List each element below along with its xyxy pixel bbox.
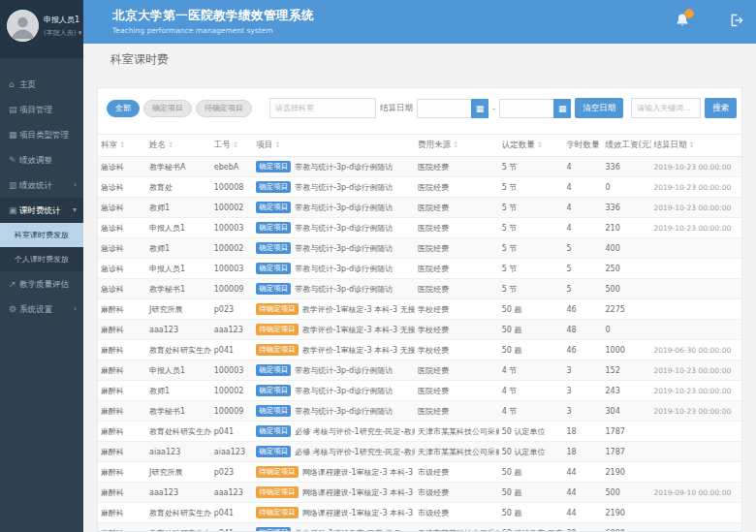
notification-bell-icon[interactable] (676, 13, 689, 31)
sort-icon[interactable]: ↕ (537, 141, 543, 149)
column-header[interactable]: 结算日期↕ (651, 135, 741, 157)
user-name: 申报人员1 (44, 15, 79, 25)
filter-pill[interactable]: 确定项目 (143, 100, 192, 117)
logout-icon[interactable] (730, 13, 744, 31)
sort-icon[interactable]: ↕ (689, 141, 695, 149)
cell-id: 100003 (211, 259, 253, 279)
sidebar-item[interactable]: ⌂主页 (0, 72, 83, 97)
cell-qty: 5 节 (499, 198, 564, 218)
cell-salary: 2190 (602, 503, 650, 523)
cell-salary: 500 (602, 483, 650, 503)
cell-source: 学校经费 (415, 340, 499, 360)
app-window: 申报人员1 (本院人员) ▾ ⌂主页▤项目管理▦项目类型管理✎绩效调整▥绩效统计… (0, 0, 756, 532)
status-badge: 待确定项目 (256, 466, 299, 478)
cell-name: 教学秘书1 (146, 279, 211, 299)
cell-dept: 急诊科 (98, 259, 146, 279)
cell-source: 市级经费 (415, 483, 499, 503)
column-header-label: 结算日期 (654, 140, 687, 149)
cell-name: 教育处科研实生办公室A (146, 523, 211, 532)
cell-name: 申报人员1 (146, 259, 211, 279)
grid-icon: ▦ (9, 122, 19, 147)
column-header[interactable]: 项目↕ (253, 135, 415, 157)
cell-name: J研究所展 (146, 299, 211, 320)
cell-id: p041 (211, 523, 253, 532)
status-badge: 确定项目 (256, 446, 291, 457)
cell-id: 100003 (211, 218, 253, 238)
column-header[interactable]: 姓名↕ (146, 135, 211, 157)
column-header[interactable]: 费用来源↕ (415, 135, 499, 157)
column-header[interactable]: 科室↕ (98, 135, 146, 157)
table-row: 麻醉科教育处科研实生办公室Ap041待确定项目网络课程建设-1审核定-3 本科-… (98, 503, 741, 523)
filter-pill[interactable]: 待确定项目 (196, 100, 252, 117)
cell-source: 医院经费 (415, 279, 499, 299)
project-name: 必修 考核与评价-1研究生-民定-教师 (295, 427, 415, 436)
cell-salary: 500 (602, 279, 650, 299)
department-select[interactable] (269, 98, 376, 118)
sidebar-subitem[interactable]: 科室课时费发放 (0, 223, 83, 247)
sidebar-item[interactable]: ▣课时费统计▾ (0, 198, 83, 223)
sidebar-item-label: 项目类型管理 (19, 130, 69, 140)
sidebar-subitem[interactable]: 个人课时费发放 (0, 247, 83, 271)
column-header[interactable]: 认定数量↕ (499, 135, 564, 157)
status-badge: 确定项目 (256, 242, 291, 254)
cell-project: 确定项目带教与统计-3p-d诊疗例随访 (253, 279, 415, 299)
table-header-row: 科室↕姓名↕工号↕项目↕费用来源↕认定数量↕学时数量↕绩效工资(元)↕结算日期↕ (98, 135, 741, 157)
cell-dept: 急诊科 (98, 157, 146, 177)
table-row: 麻醉科aiaa123aiaa123确定项目必修 考核与评价-1研究生-民定-教师… (98, 442, 741, 462)
sort-icon[interactable]: ↕ (168, 141, 173, 149)
cell-date: 2019-10-23 00:00:00 (651, 401, 741, 422)
cell-name: 教育处 (146, 177, 211, 198)
cell-id: 100003 (211, 360, 253, 381)
user-profile[interactable]: 申报人员1 (本院人员) ▾ (0, 0, 83, 58)
cell-qty: 5 节 (499, 218, 564, 238)
sort-icon[interactable]: ↕ (601, 141, 602, 149)
cell-qty: 4 节 (499, 401, 564, 422)
status-badge: 确定项目 (256, 161, 291, 172)
sidebar-item[interactable]: ▤项目管理 (0, 97, 83, 122)
cell-qty: 50 题 (499, 503, 564, 523)
table-body: 急诊科教学秘书AebebA确定项目带教与统计-3p-d诊疗例随访医院经费5 节4… (98, 157, 741, 532)
sidebar-item[interactable]: ▦项目类型管理 (0, 122, 83, 147)
column-header[interactable]: 工号↕ (211, 135, 253, 157)
search-input[interactable] (631, 98, 701, 118)
cell-name: 教师1 (146, 238, 211, 259)
calendar-icon[interactable]: ▦ (471, 99, 488, 118)
cell-salary: 1000 (602, 340, 650, 360)
cell-source: 医院经费 (415, 238, 499, 259)
cell-name: 申报人员1 (146, 360, 211, 381)
project-name: 带教与统计-3p-d诊疗例随访 (295, 244, 393, 253)
sidebar-item[interactable]: ↗教学质量评估 (0, 271, 83, 297)
user-role[interactable]: (本院人员) ▾ (44, 28, 79, 38)
sort-icon[interactable]: ↕ (119, 141, 125, 149)
gear-icon: ⚙ (9, 297, 19, 322)
cell-date: 2019-10-23 00:00:00 (651, 218, 741, 238)
sidebar-item[interactable]: ▥绩效统计› (0, 172, 83, 198)
project-name: 教学评价-1审核定-3 本科-3 无接受人 (302, 326, 415, 334)
date-end-input[interactable] (499, 99, 553, 118)
sidebar-item-label: 教学质量评估 (19, 279, 69, 289)
project-name: 网络课程建设-1审核定-3 本科-3 学员 (302, 509, 415, 517)
cell-project: 确定项目必修 考核与评价-1研究生-民定-教师 (253, 422, 415, 442)
filter-pill[interactable]: 全部 (107, 100, 140, 117)
clear-date-button[interactable]: 清空日期 (575, 98, 623, 118)
sort-icon[interactable]: ↕ (233, 141, 238, 149)
cell-qty: 50 题 (499, 299, 564, 320)
sidebar-item[interactable]: ⚙系统设置› (0, 297, 83, 322)
cell-qty: 50 题 (499, 483, 564, 503)
sidebar-item[interactable]: ✎绩效调整 (0, 147, 83, 172)
search-button[interactable]: 搜索 (705, 98, 737, 118)
table-row: 急诊科教师1100002确定项目带教与统计-3p-d诊疗例随访医院经费5 节54… (98, 238, 741, 259)
table-row: 麻醉科教育处科研实生办公室Ap041确定项目必修 考核与评价-1研究生-民定-教… (98, 422, 741, 442)
date-start-input[interactable] (417, 99, 471, 118)
sidebar: 申报人员1 (本院人员) ▾ ⌂主页▤项目管理▦项目类型管理✎绩效调整▥绩效统计… (0, 0, 83, 532)
column-header[interactable]: 绩效工资(元)↕ (602, 135, 650, 157)
cell-dept: 急诊科 (98, 279, 146, 299)
sort-icon[interactable]: ↕ (274, 141, 280, 149)
column-header[interactable]: 学时数量↕ (563, 135, 602, 157)
table-row: 麻醉科J研究所展p023待确定项目教学评价-1审核定-3 本科-3 无接受人学校… (98, 299, 741, 320)
sort-icon[interactable]: ↕ (453, 141, 458, 149)
calendar-icon[interactable]: ▦ (553, 99, 571, 118)
cell-project: 确定项目带教与统计-3p-d诊疗例随访 (253, 360, 415, 381)
cell-date (651, 279, 741, 299)
cell-dept: 麻醉科 (98, 381, 146, 401)
